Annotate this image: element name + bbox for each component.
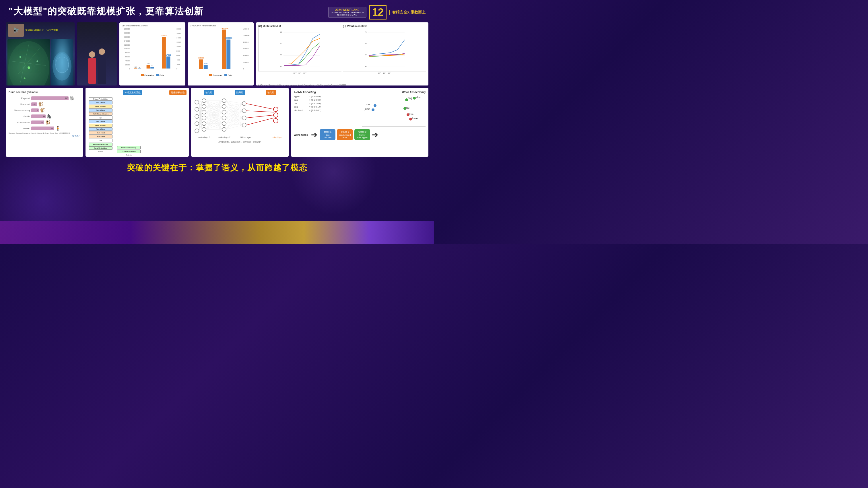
female-head: [89, 51, 95, 58]
svg-point-59: [195, 107, 199, 111]
chart1-area: 2000001800001600001400001200001000008000…: [122, 28, 183, 74]
svg-line-161: [226, 104, 242, 129]
svg-text:50: 50: [280, 43, 282, 44]
neuron-row-human: Human 86 🧍: [9, 126, 80, 131]
svg-text:hidden layer 1: hidden layer 1: [198, 136, 210, 138]
val-chimp: 22: [41, 121, 43, 123]
wc-class3-items: flowertree apple: [357, 134, 368, 139]
svg-text:1500: 1500: [147, 63, 150, 64]
label-tree: tree: [409, 113, 414, 116]
svg-text:7000: 7000: [204, 63, 208, 65]
bar-chimp: 22: [31, 121, 44, 124]
emb-chart: dog rabbit run jump cat: [362, 95, 426, 127]
top-row: 🪰 果蝇有25万神经元、1000万突触: [6, 22, 428, 86]
svg-point-137: [222, 110, 226, 114]
svg-line-154: [226, 111, 242, 118]
svg-text:hidden layer: hidden layer: [240, 136, 251, 138]
svg-line-170: [246, 111, 274, 112]
enc-title: 1-of-N Encoding: [294, 91, 358, 94]
chart2-area: 175000 7000 17000000 1000000 GPT3(2020) …: [190, 28, 251, 74]
svg-line-141: [226, 101, 242, 104]
panel-people: [77, 22, 117, 86]
animal-name-elephant: Elephant: [9, 97, 30, 100]
enc-row-dog: dog = [0 0 0 1 0]: [294, 105, 358, 108]
chart-g: (G) Multi-task NLU 70 50 30 10: [258, 25, 341, 83]
vec-bag: = [0 1 0 0 0]: [309, 99, 321, 101]
svg-rect-27: [204, 65, 208, 69]
panel-multitask: (G) Multi-task NLU 70 50 30 10: [256, 22, 428, 86]
tr-feed-forward2: Feed Forward: [89, 124, 113, 127]
embedding-top: 1-of-N Encoding apple = [1 0 0 0 0] bag …: [294, 91, 426, 127]
tr-out-emb: Output Embedding: [117, 150, 141, 153]
y-axis-right: 1800016000140001200010000800060004000200…: [176, 28, 183, 74]
panel-neurons: Brain neurons (billions) Elephant 257 🐘 …: [6, 88, 83, 157]
svg-point-94: [202, 104, 206, 108]
neurons-source: Sources: Suzana Herculano-Houzel, Marino…: [9, 132, 80, 134]
transformer-right: Positional Encoding Output Embedding Out…: [116, 97, 142, 156]
emb-title: Word Embedding: [362, 91, 426, 94]
tr-pos-enc2: Positional Encoding: [117, 146, 141, 150]
bar-elephant: 257: [31, 96, 69, 100]
animal-name-human: Human: [9, 127, 30, 130]
female-body: [88, 58, 96, 84]
bottom-text-container: 突破的关键在于：掌握了语义，从而跨越了模态: [0, 158, 434, 177]
chart2-svg: 175000 7000 17000000 1000000 GPT3(2020) …: [190, 28, 242, 69]
svg-text:60: 60: [365, 43, 367, 44]
svg-text:17000000: 17000000: [219, 28, 228, 29]
svg-point-98: [202, 127, 206, 131]
chart-g-title: (G) Multi-task NLU: [258, 25, 341, 28]
svg-point-175: [274, 119, 278, 123]
tr-pos-enc1: Positional Encoding: [89, 142, 113, 146]
people-bg: [77, 22, 117, 86]
svg-text:output layer: output layer: [272, 136, 283, 138]
svg-line-144: [226, 101, 242, 125]
wc-class2-items: ran jumpedwalk: [339, 134, 351, 139]
label-jump: jump: [365, 107, 370, 110]
chart2-bars: 175000 7000 17000000 1000000 GPT3(2020) …: [190, 28, 242, 74]
chart-g-area: 70 50 30 10: [258, 28, 341, 71]
svg-text:175000: 175000: [161, 34, 167, 36]
tr-add-norm4: Add & Norm: [89, 127, 113, 131]
svg-text:10: 10: [280, 65, 282, 67]
tr-output-prob: Output Probabilities: [89, 97, 113, 101]
header: "大模型"的突破既靠规模扩张，更靠算法创新 2024 WEST LAKE DIG…: [0, 0, 434, 22]
neuron-row-chimp: Chimpanzee 22 🐒: [9, 120, 80, 125]
ann-svg: hidden layer 1 hidden layer 2 hidden lay…: [193, 96, 286, 139]
bar-gorilla: 33: [31, 115, 45, 118]
svg-line-160: [226, 124, 242, 125]
animal-name-rhesus: Rhesus monkey: [9, 109, 30, 111]
svg-point-165: [242, 102, 246, 105]
val-human: 86: [51, 127, 53, 129]
svg-point-135: [222, 99, 226, 103]
fly-label: 果蝇有25万神经元、1000万突触: [25, 29, 58, 32]
wc-class3: Class 3 flowertree apple: [354, 129, 370, 140]
svg-point-60: [195, 115, 199, 119]
svg-point-96: [202, 116, 206, 120]
svg-line-152: [226, 112, 242, 125]
word-bag: bag: [294, 99, 308, 101]
male-body: [98, 55, 106, 84]
svg-rect-18: [166, 57, 170, 69]
person-male: [98, 48, 106, 84]
brain-visuals: [6, 38, 74, 86]
animal-name-marmoset: Marmoset: [9, 103, 30, 105]
dot-jump: [372, 108, 374, 111]
svg-point-140: [222, 127, 226, 131]
label-cat: cat: [406, 106, 409, 109]
panel-brain-fly: 🪰 果蝇有25万神经元、1000万突触: [6, 22, 74, 86]
transformer-inner: Output Probabilities Add & Norm Feed For…: [88, 97, 187, 156]
label-flower: flower: [411, 117, 418, 120]
chart2-legend: Parameter Data: [190, 74, 251, 76]
tr-multihead1: Multi-Head Attention: [89, 112, 113, 116]
callout-neuron-text: 神经元激励函数: [125, 91, 141, 94]
word-elephant: elephant: [294, 109, 308, 111]
word-apple: apple: [294, 95, 308, 98]
bar-human: 86: [31, 127, 54, 130]
tr-multihead3: Multi-Head: [89, 135, 113, 138]
svg-line-146: [226, 106, 242, 111]
wc-class1-items: dogcat bird: [322, 134, 333, 139]
wc-class2-label: Class 2: [339, 131, 351, 133]
svg-text:50: 50: [365, 54, 367, 56]
vec-apple: = [1 0 0 0 0]: [309, 95, 321, 98]
bottom-text-content: 突破的关键在于：掌握了语义，从而跨越了模态: [4, 162, 430, 173]
